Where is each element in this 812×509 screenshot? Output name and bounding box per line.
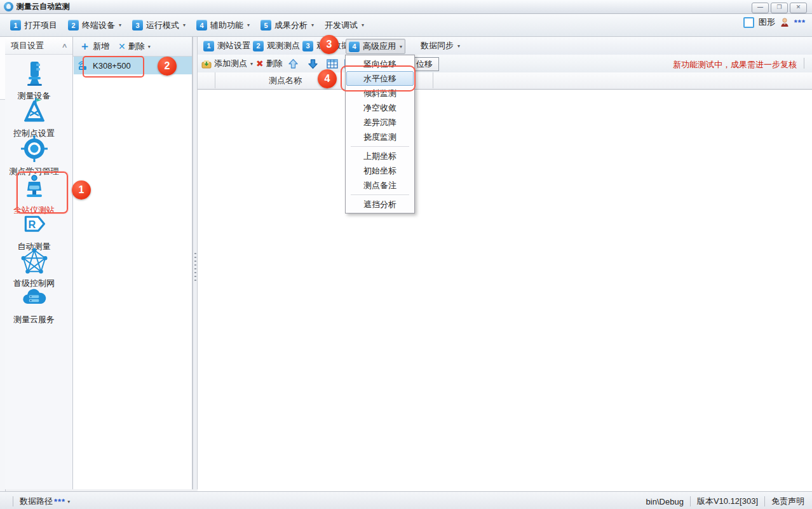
- add-station-button[interactable]: ＋ 新增: [79, 41, 109, 52]
- status-bar: 数据路径 *** ▾ bin\Debug 版本V10.12[303] 免责声明: [0, 491, 812, 509]
- menu-num-4: 4: [196, 20, 207, 31]
- station-icon: [78, 60, 88, 71]
- add-point-button[interactable]: 添加测点 ▾: [201, 57, 253, 71]
- menu-num-3: 3: [132, 20, 143, 31]
- menu-item-point-remarks[interactable]: 测点备注: [346, 178, 414, 193]
- move-down-button[interactable]: [308, 57, 318, 71]
- advanced-apps-menu: 竖向位移 水平位移 倾斜监测 净空收敛 差异沉降 挠度监测 上期坐标 初始坐标 …: [345, 55, 415, 214]
- move-up-button[interactable]: [288, 57, 299, 71]
- menu-item-initial-coordinates[interactable]: 初始坐标: [346, 163, 414, 178]
- delete-station-label: 删除: [128, 41, 145, 52]
- maximize-button[interactable]: ❐: [771, 3, 788, 13]
- sidebar-header[interactable]: 项目设置 ∧: [5, 37, 72, 55]
- total-station-icon: [20, 173, 49, 201]
- menu-item-tilt-monitoring[interactable]: 倾斜监测: [346, 86, 414, 100]
- toolbar-separator: [804, 58, 804, 69]
- add-station-label: 新增: [93, 41, 109, 52]
- tab-num: 2: [253, 41, 264, 51]
- graphics-label: 图形: [759, 17, 775, 28]
- sidebar-item-control-point[interactable]: 控制点设置: [0, 97, 68, 139]
- menu-num-5: 5: [261, 20, 271, 31]
- column-header-blank[interactable]: [198, 72, 215, 88]
- tab-station-settings[interactable]: 1 测站设置: [201, 39, 253, 53]
- menu-item-occlusion-analysis[interactable]: 遮挡分析: [346, 197, 414, 212]
- sidebar-item-label: 测量云服务: [0, 314, 68, 325]
- status-separator: [764, 496, 765, 506]
- chevron-down-icon: ▾: [311, 22, 314, 28]
- sidebar-item-point-learning[interactable]: 测点学习管理: [0, 135, 68, 177]
- graphics-checkbox[interactable]: [743, 17, 754, 28]
- minimize-button[interactable]: —: [752, 3, 769, 13]
- points-toolbar: 添加测点 ▾ ✖ 删除: [198, 55, 812, 73]
- menu-item-clearance-convergence[interactable]: 净空收敛: [346, 100, 414, 115]
- plus-icon: ＋: [79, 43, 90, 50]
- column-label: 测点名称: [269, 75, 302, 86]
- table-view-button[interactable]: [327, 57, 338, 71]
- menu-dev-debug[interactable]: 开发调试 ▾: [325, 20, 364, 31]
- annotation-badge-4: 4: [318, 69, 337, 88]
- menu-open-project-label: 打开项目: [24, 20, 57, 31]
- menu-open-project[interactable]: 1 打开项目: [10, 20, 57, 31]
- data-path-value: ***: [54, 497, 65, 506]
- data-path-control[interactable]: 数据路径 *** ▾: [13, 496, 70, 507]
- displacement-partial-label: 位移: [416, 58, 433, 70]
- data-path-label: 数据路径: [20, 496, 53, 507]
- arrow-up-icon: [288, 58, 299, 69]
- sidebar-item-measure-device[interactable]: 测量设备: [0, 59, 68, 102]
- menubar-right: 图形 ***: [743, 17, 806, 28]
- delete-point-button[interactable]: ✖ 删除: [256, 57, 283, 71]
- sidebar-item-cloud-service[interactable]: 测量云服务: [0, 285, 68, 325]
- menu-item-previous-coordinates[interactable]: 上期坐标: [346, 149, 414, 163]
- menu-aux-functions-label: 辅助功能: [210, 20, 243, 31]
- network-icon: [20, 248, 49, 275]
- status-separator: [13, 496, 13, 506]
- menu-num-1: 1: [10, 20, 21, 31]
- vertical-splitter[interactable]: [193, 37, 198, 489]
- menu-item-vertical-displacement[interactable]: 竖向位移: [346, 57, 414, 71]
- chevron-down-icon: ▾: [148, 44, 151, 50]
- menu-result-analysis-label: 成果分析: [274, 20, 308, 31]
- tab-advanced-apps[interactable]: 4 高级应用 ▾: [346, 39, 405, 54]
- chevron-down-icon: ▾: [183, 22, 186, 28]
- control-point-icon: [20, 97, 49, 125]
- points-table-header: 测点名称 归属测站: [198, 72, 812, 90]
- user-name[interactable]: ***: [794, 18, 806, 27]
- arrow-down-icon: [308, 58, 318, 69]
- tab-observe-points[interactable]: 2 观测测点: [250, 39, 302, 53]
- build-path: bin\Debug: [646, 497, 684, 506]
- cloud-service-icon: [20, 285, 49, 311]
- chevron-down-icon: ▾: [67, 499, 70, 505]
- sidebar-item-auto-measure[interactable]: R 自动测量: [0, 212, 68, 252]
- menu-run-mode[interactable]: 3 运行模式 ▾: [132, 20, 186, 31]
- table-icon: [327, 59, 338, 69]
- menu-item-deflection-monitoring[interactable]: 挠度监测: [346, 130, 414, 144]
- menu-dev-debug-label: 开发调试: [325, 20, 358, 31]
- annotation-badge-1: 1: [72, 180, 91, 200]
- close-button[interactable]: ✕: [790, 3, 807, 13]
- menu-aux-functions[interactable]: 4 辅助功能 ▾: [196, 20, 250, 31]
- chevron-down-icon: ▾: [457, 43, 460, 49]
- collapse-icon[interactable]: ∧: [61, 42, 67, 49]
- splitter-grip: [194, 253, 196, 282]
- menu-item-horizontal-displacement[interactable]: 水平位移: [346, 71, 414, 86]
- delete-station-button[interactable]: ✕ 删除 ▾: [118, 41, 151, 52]
- annotation-badge-3: 3: [320, 35, 339, 54]
- menu-run-mode-label: 运行模式: [146, 20, 179, 31]
- tab-num: 3: [302, 41, 313, 51]
- column-header-rest[interactable]: [433, 72, 812, 88]
- delete-point-label: 删除: [266, 58, 283, 69]
- chevron-down-icon: ▾: [119, 22, 121, 28]
- menu-result-analysis[interactable]: 5 成果分析 ▾: [261, 20, 314, 31]
- sidebar-item-primary-network[interactable]: 首级控制网: [0, 248, 68, 289]
- disclaimer-link[interactable]: 免责声明: [771, 496, 804, 507]
- tab-label: 观测测点: [267, 40, 300, 51]
- sidebar-item-total-station[interactable]: 全站仪测站: [0, 173, 68, 216]
- tab-label: 高级应用: [363, 41, 396, 52]
- auto-measure-icon: R: [20, 212, 49, 238]
- menu-separator: [351, 146, 409, 147]
- window-controls: — ❐ ✕: [752, 3, 807, 13]
- tab-data-sync[interactable]: 数据同步 ▾: [418, 39, 463, 53]
- title-bar: 测量云自动监测: [0, 0, 812, 14]
- menu-item-differential-settlement[interactable]: 差异沉降: [346, 115, 414, 130]
- menu-terminal-devices[interactable]: 2 终端设备 ▾: [68, 20, 121, 31]
